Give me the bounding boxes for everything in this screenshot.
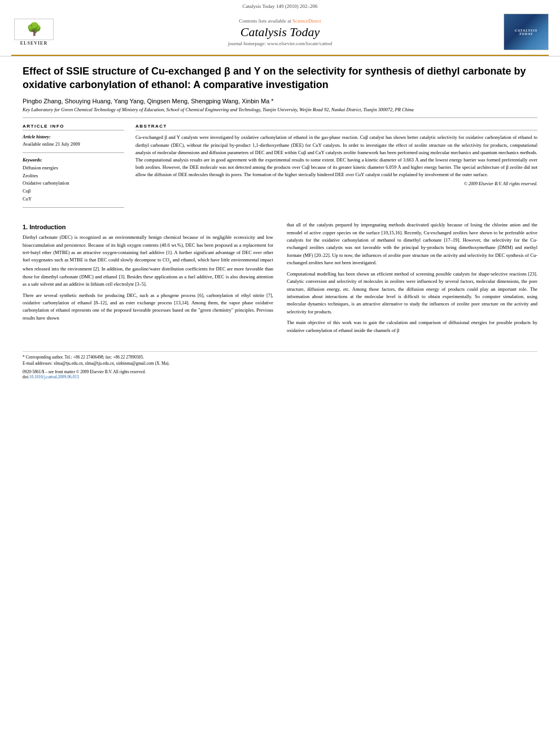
header-divider bbox=[11, 55, 549, 56]
keyword-2: Zeolites bbox=[23, 172, 124, 180]
keywords-label: Keywords: bbox=[23, 158, 124, 163]
issn-line: 0920-5861/$ – see front matter © 2009 El… bbox=[23, 369, 146, 374]
available-online: Available online 21 July 2009 bbox=[23, 141, 124, 148]
sciencedirect-link[interactable]: ScienceDirect bbox=[292, 18, 321, 24]
email-addresses: xlma@tju.edu.cn, xlma@tju.edu.cn, xinbin… bbox=[54, 361, 169, 366]
keywords-divider bbox=[23, 207, 124, 208]
keyword-4: Cuβ bbox=[23, 187, 124, 195]
intro-paragraph-1: Diethyl carbonate (DEC) is recognized as… bbox=[23, 234, 273, 288]
page-footer: * Corresponding author. Tel.: +86 22 274… bbox=[23, 351, 537, 379]
main-content: Effect of SSIE structure of Cu-exchanged… bbox=[0, 56, 560, 346]
keywords-section: Keywords: Diffusion energies Zeolites Ox… bbox=[23, 158, 124, 203]
authors-line: Pingbo Zhang, Shouying Huang, Yang Yang,… bbox=[23, 98, 537, 104]
page-container: Catalysis Today 149 (2010) 202–206 🌳 ELS… bbox=[0, 0, 560, 747]
elsevier-tree-icon: 🌳 bbox=[27, 23, 42, 36]
body-content: 1. Introduction Diethyl carbonate (DEC) … bbox=[23, 221, 537, 338]
header-content: 🌳 ELSEVIER Contents lists available at S… bbox=[11, 11, 549, 53]
issn-text: 0920-5861/$ – see front matter © 2009 El… bbox=[23, 369, 146, 379]
info-divider bbox=[23, 152, 124, 153]
journal-header: Catalysis Today 149 (2010) 202–206 🌳 ELS… bbox=[0, 0, 560, 56]
keyword-3: Oxidative carbonylation bbox=[23, 180, 124, 187]
journal-name: Catalysis Today bbox=[56, 25, 504, 40]
header-divider-line bbox=[23, 117, 537, 118]
authors-text: Pingbo Zhang, Shouying Huang, Yang Yang,… bbox=[23, 98, 274, 104]
intro-paragraph-4: Computational modelling has been shown a… bbox=[287, 270, 537, 316]
affiliation-text: Key Laboratory for Green Chemical Techno… bbox=[23, 107, 537, 113]
article-history: Article history: Available online 21 Jul… bbox=[23, 134, 124, 148]
abstract-title: ABSTRACT bbox=[135, 124, 537, 130]
email-line: E-mail addresses: xlma@tju.edu.cn, xlma@… bbox=[23, 360, 537, 366]
history-label: Article history: bbox=[23, 134, 124, 141]
abstract-text: Cu-exchanged β and Y catalysts were inve… bbox=[135, 134, 537, 178]
journal-homepage: journal homepage: www.elsevier.com/locat… bbox=[56, 41, 504, 46]
sciencedirect-line: Contents lists available at ScienceDirec… bbox=[56, 18, 504, 24]
journal-citation: Catalysis Today 149 (2010) 202–206 bbox=[11, 3, 549, 9]
info-abstract-columns: ARTICLE INFO Article history: Available … bbox=[23, 124, 537, 212]
cover-label: CATALYSISTODAY bbox=[515, 29, 537, 36]
footer-bottom: 0920-5861/$ – see front matter © 2009 El… bbox=[23, 369, 537, 379]
intro-paragraph-2: There are several synthetic methods for … bbox=[23, 292, 273, 322]
journal-title-center: Contents lists available at ScienceDirec… bbox=[56, 18, 504, 46]
keyword-5: CuY bbox=[23, 195, 124, 203]
elsevier-logo: 🌳 ELSEVIER bbox=[11, 19, 56, 46]
doi-prefix: doi: bbox=[23, 374, 29, 379]
sciencedirect-label: Contents lists available at bbox=[239, 18, 291, 24]
body-right-column: that all of the catalysts prepared by im… bbox=[287, 221, 537, 338]
elsevier-brand-text: ELSEVIER bbox=[20, 41, 47, 46]
journal-cover-image: CATALYSISTODAY bbox=[504, 14, 549, 50]
email-label: E-mail addresses: bbox=[23, 361, 53, 366]
section1-heading: 1. Introduction bbox=[23, 224, 273, 230]
intro-paragraph-3: that all of the catalysts prepared by im… bbox=[287, 221, 537, 267]
keyword-1: Diffusion energies bbox=[23, 164, 124, 172]
body-left-column: 1. Introduction Diethyl carbonate (DEC) … bbox=[23, 221, 273, 338]
corresponding-text: * Corresponding author. Tel.: +86 22 274… bbox=[23, 355, 144, 360]
abstract-column: ABSTRACT Cu-exchanged β and Y catalysts … bbox=[135, 124, 537, 212]
article-info-column: ARTICLE INFO Article history: Available … bbox=[23, 124, 124, 212]
body-two-columns: 1. Introduction Diethyl carbonate (DEC) … bbox=[23, 221, 537, 338]
elsevier-logo-box: 🌳 bbox=[14, 19, 54, 40]
copyright-line: © 2009 Elsevier B.V. All rights reserved… bbox=[135, 181, 537, 186]
corresponding-note: * Corresponding author. Tel.: +86 22 274… bbox=[23, 354, 537, 360]
doi-link[interactable]: 10.1016/j.cattod.2009.06.013 bbox=[29, 374, 79, 379]
intro-paragraph-5: The main objective of this work was to g… bbox=[287, 319, 537, 334]
article-title: Effect of SSIE structure of Cu-exchanged… bbox=[23, 64, 537, 92]
doi-line: doi:10.1016/j.cattod.2009.06.013 bbox=[23, 374, 146, 379]
article-info-section: ARTICLE INFO Article history: Available … bbox=[23, 124, 124, 148]
article-info-title: ARTICLE INFO bbox=[23, 124, 124, 130]
